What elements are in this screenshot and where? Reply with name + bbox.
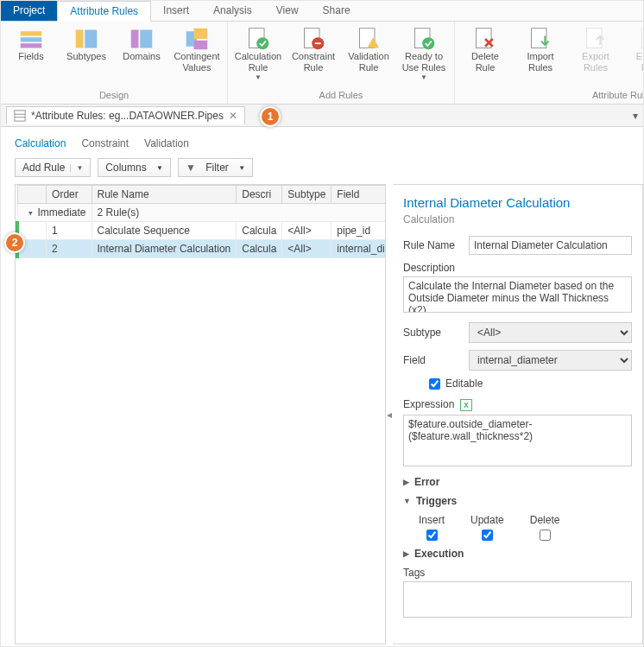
svg-rect-0 (21, 31, 42, 35)
label-description: Description (403, 262, 632, 274)
rules-view-icon (14, 110, 26, 122)
splitter-handle[interactable]: ◂ (386, 184, 393, 644)
btn-filter[interactable]: ▼ Filter ▼ (178, 158, 253, 177)
ribbon-group-add-rules: CalculationRule▼ ConstraintRule Validati… (228, 22, 455, 104)
grid-group-row[interactable]: ▸Immediate 2 Rule(s) (17, 204, 386, 222)
tab-attribute-rules[interactable]: Attribute Rules (57, 1, 151, 22)
ribbon-group-design: Fields Subtypes Domains ContingentValues… (1, 22, 228, 104)
label-trigger-update: Update (470, 514, 504, 526)
select-subtype[interactable]: <All> (469, 322, 632, 343)
btn-delete-rule[interactable]: DeleteRule (460, 23, 510, 90)
tab-insert[interactable]: Insert (151, 1, 201, 21)
tab-project[interactable]: Project (1, 1, 57, 21)
ribbon-body: Fields Subtypes Domains ContingentValues… (1, 22, 643, 105)
label-rule-name: Rule Name (403, 239, 462, 251)
group-label-design: Design (6, 90, 222, 102)
btn-fields[interactable]: Fields (6, 23, 56, 90)
label-subtype: Subtype (403, 327, 462, 339)
constraint-rule-icon (301, 27, 325, 51)
btn-import-rules[interactable]: ImportRules (515, 23, 565, 90)
panel-subtitle: Calculation (403, 213, 632, 225)
ribbon-tab-strip: Project Attribute Rules Insert Analysis … (1, 1, 643, 22)
contingent-values-icon (185, 27, 209, 51)
document-tab[interactable]: *Attribute Rules: eg...DATAOWNER.Pipes ✕ (6, 106, 245, 124)
chevron-right-icon: ▶ (403, 549, 409, 558)
checkbox-editable[interactable] (429, 378, 440, 390)
tab-share[interactable]: Share (311, 1, 363, 21)
panel-title: Internal Diameter Calculation (403, 195, 632, 210)
btn-add-rule[interactable]: Add Rule▼ (15, 158, 91, 177)
svg-rect-4 (85, 30, 97, 48)
calculation-rule-icon (246, 27, 270, 51)
checkbox-trigger-update[interactable] (482, 530, 493, 541)
close-icon[interactable]: ✕ (229, 110, 237, 122)
delete-rule-icon (473, 27, 497, 51)
validation-rule-icon (357, 27, 381, 51)
btn-ready-to-use-rules[interactable]: Ready toUse Rules▼ (399, 23, 449, 90)
btn-subtypes[interactable]: Subtypes (61, 23, 111, 90)
section-error[interactable]: ▶Error (403, 476, 632, 488)
input-expression[interactable]: $feature.outside_diameter-($feature.wall… (403, 415, 632, 466)
ready-rules-icon (412, 27, 436, 51)
label-tags: Tags (403, 567, 632, 579)
table-row[interactable]: 2 Internal Diameter Calculation Calcula … (17, 240, 386, 258)
checkbox-trigger-insert[interactable] (426, 530, 438, 541)
col-subtype[interactable]: Subtype (282, 186, 331, 204)
btn-validation-rule[interactable]: ValidationRule (344, 23, 394, 90)
label-expression: Expression (403, 398, 454, 410)
section-triggers[interactable]: ▼Triggers (403, 495, 632, 507)
input-tags[interactable] (403, 581, 632, 618)
group-label-attribute-rules: Attribute Rules (460, 90, 644, 102)
subtab-validation[interactable]: Validation (144, 137, 189, 149)
label-trigger-delete: Delete (530, 514, 560, 526)
subtab-calculation[interactable]: Calculation (15, 137, 66, 149)
document-tab-title: *Attribute Rules: eg...DATAOWNER.Pipes (31, 110, 224, 122)
svg-rect-3 (76, 30, 84, 48)
grid-header-row: Order Rule Name Descri Subtype Field (17, 186, 386, 204)
subtypes-icon (74, 27, 98, 51)
col-rule-name[interactable]: Rule Name (92, 186, 237, 204)
document-tab-strip: *Attribute Rules: eg...DATAOWNER.Pipes ✕… (1, 105, 643, 127)
svg-rect-2 (21, 43, 42, 48)
col-order[interactable]: Order (47, 186, 92, 204)
svg-rect-9 (194, 41, 208, 50)
btn-calculation-rule[interactable]: CalculationRule▼ (233, 23, 283, 90)
enable-rule-icon (639, 27, 644, 51)
input-rule-name[interactable] (469, 236, 632, 255)
subtab-constraint[interactable]: Constraint (81, 137, 129, 149)
svg-rect-14 (315, 42, 321, 44)
col-field[interactable]: Field (331, 186, 386, 204)
chevron-right-icon: ▶ (403, 478, 409, 486)
label-editable: Editable (445, 377, 483, 390)
btn-domains[interactable]: Domains (117, 23, 167, 90)
svg-rect-19 (477, 29, 492, 48)
import-rules-icon (528, 27, 552, 51)
btn-export-rules: ExportRules (571, 23, 621, 90)
svg-point-11 (256, 37, 268, 49)
label-field: Field (403, 354, 462, 366)
svg-rect-8 (194, 29, 208, 39)
select-field[interactable]: internal_diameter (469, 350, 632, 371)
fields-icon (19, 27, 43, 51)
svg-rect-30 (15, 111, 25, 121)
input-description[interactable]: Calculate the Internal Diameter based on… (403, 276, 632, 313)
svg-rect-6 (140, 30, 152, 48)
tab-analysis[interactable]: Analysis (201, 1, 264, 21)
btn-contingent-values[interactable]: ContingentValues (172, 23, 222, 90)
btn-constraint-rule[interactable]: ConstraintRule (288, 23, 338, 90)
properties-panel: Internal Diameter Calculation Calculatio… (393, 184, 643, 644)
col-description[interactable]: Descri (237, 186, 282, 204)
domains-icon (129, 27, 154, 51)
expression-builder-icon[interactable]: x (460, 399, 472, 411)
tab-view[interactable]: View (264, 1, 311, 21)
rules-grid: Order Rule Name Descri Subtype Field ▸Im… (15, 184, 386, 644)
dropdown-arrow-icon: ▼ (420, 73, 427, 81)
doctab-menu-arrow-icon[interactable]: ▾ (633, 110, 638, 122)
ribbon-group-attribute-rules: DeleteRule ImportRules ExportRules Enabl… (455, 22, 644, 104)
checkbox-trigger-delete[interactable] (540, 530, 551, 541)
table-row[interactable]: 1 Calculate Sequence Calcula <All> pipe_… (17, 222, 386, 240)
chevron-down-icon: ▸ (26, 212, 35, 216)
section-execution[interactable]: ▶Execution (403, 548, 632, 560)
content-area: 2 Order Rule Name Descri Subtype Field ▸… (1, 184, 643, 644)
btn-columns[interactable]: Columns ▼ (98, 158, 171, 177)
